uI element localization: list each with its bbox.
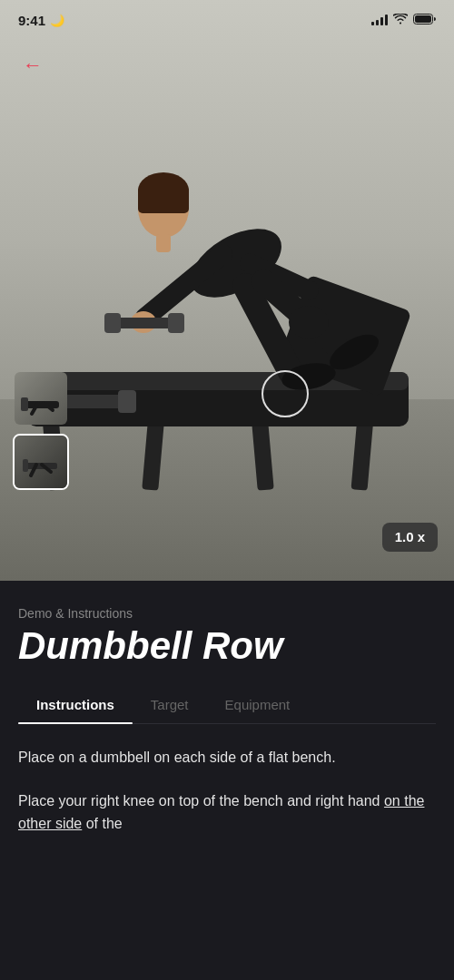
status-bar: 9:41 🌙: [0, 0, 454, 40]
signal-icon: [371, 15, 388, 25]
wifi-icon: [393, 13, 408, 27]
demo-label: Demo & Instructions: [18, 606, 436, 621]
instruction-paragraph-1: Place on a dumbbell on each side of a fl…: [18, 746, 436, 769]
tab-equipment[interactable]: Equipment: [207, 688, 309, 723]
tab-instructions[interactable]: Instructions: [18, 688, 133, 723]
thumbnail-item-1[interactable]: [13, 370, 69, 426]
play-button[interactable]: [262, 370, 309, 417]
battery-icon: [413, 13, 436, 27]
svg-rect-22: [168, 313, 184, 333]
status-icons: [371, 13, 436, 27]
tab-target[interactable]: Target: [133, 688, 207, 723]
speed-label: 1.0 x: [395, 529, 425, 544]
svg-point-27: [289, 306, 329, 338]
speed-button[interactable]: 1.0 x: [382, 523, 438, 552]
svg-rect-30: [21, 397, 28, 411]
thumbnail-item-2[interactable]: [13, 434, 69, 490]
svg-rect-20: [114, 318, 177, 328]
svg-rect-16: [156, 234, 171, 252]
moon-icon: 🌙: [50, 14, 64, 27]
underlined-text: on the other side: [18, 793, 424, 832]
svg-rect-21: [104, 313, 121, 333]
exercise-title: Dumbbell Row: [18, 626, 436, 666]
svg-rect-35: [23, 459, 28, 472]
tabs-row: Instructions Target Equipment: [18, 688, 436, 724]
status-time: 9:41: [18, 13, 45, 28]
video-background: [0, 0, 454, 581]
thumbnail-bg-1: [15, 372, 67, 425]
thumbnail-bg-2: [15, 436, 67, 488]
thumbnails-strip: [13, 370, 69, 490]
svg-rect-1: [415, 15, 431, 23]
instruction-paragraph-2: Place your right knee on top of the benc…: [18, 789, 436, 836]
person-figure: [54, 136, 400, 463]
back-button[interactable]: ←: [16, 49, 49, 82]
back-arrow-icon: ←: [23, 55, 43, 75]
content-area: Demo & Instructions Dumbbell Row Instruc…: [0, 581, 454, 980]
svg-rect-15: [138, 186, 189, 213]
video-container: ←: [0, 0, 454, 581]
instructions-text: Place on a dumbbell on each side of a fl…: [18, 746, 436, 836]
